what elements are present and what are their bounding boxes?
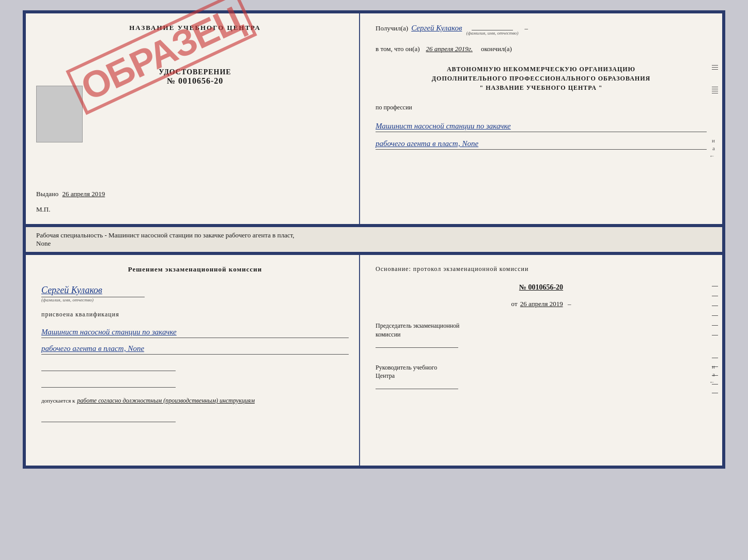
vydano-label: Выдано	[36, 190, 58, 198]
vydano-line: Выдано 26 апреля 2019	[36, 190, 349, 198]
bottom-right-dashes-lower	[712, 358, 718, 393]
dash-ot: –	[568, 300, 571, 308]
bottom-doc-right: Основание: протокол экзаменационной коми…	[360, 255, 722, 466]
bottom-doc-left: Решением экзаменационной комиссии Сергей…	[26, 255, 360, 466]
predsedatel-block: Председатель экзаменационной комиссии	[376, 322, 707, 348]
poluchil-label: Получил(а)	[376, 24, 408, 33]
vtom-label: в том, что он(а)	[376, 45, 420, 53]
udostoverenie-block: УДОСТОВЕРЕНИЕ № 0010656-20	[159, 68, 231, 86]
dash-poluchil: –	[525, 24, 528, 33]
rukovoditel-block: Руководитель учебного Центра	[376, 363, 707, 390]
right-label-i: и	[712, 137, 715, 143]
po-professii-label: по профессии	[376, 104, 707, 111]
udostoverenie-title: УДОСТОВЕРЕНИЕ	[159, 68, 231, 76]
underline-field-2	[41, 377, 176, 388]
bottom-document: Решением экзаменационной комиссии Сергей…	[23, 252, 725, 469]
prisvoena-text: присвоена квалификация	[41, 311, 349, 318]
predsedatel-title-line1: Председатель экзаменационной	[376, 322, 707, 330]
dopuskaetsya-label: допускается к	[41, 397, 75, 404]
mp-label: М.П.	[36, 205, 50, 214]
profession-line2: рабочего агента в пласт, None	[376, 137, 707, 150]
center-line2: ДОПОЛНИТЕЛЬНОГО ПРОФЕССИОНАЛЬНОГО ОБРАЗО…	[376, 74, 707, 83]
vydano-date: 26 апреля 2019	[63, 190, 105, 198]
center-text-block: АВТОНОМНУЮ НЕКОММЕРЧЕСКУЮ ОРГАНИЗАЦИЮ ДО…	[376, 65, 707, 92]
poluchil-name: Сергей Кулаков	[411, 24, 462, 33]
obrazets-stamp: ОБРАЗЕЦ	[66, 0, 257, 115]
top-doc-right: Получил(а) Сергей Кулаков (фамилия, имя,…	[360, 13, 722, 224]
profession-line1: Машинист насосной станции по закачке	[376, 120, 707, 132]
predsedatel-title-line2: комиссии	[376, 330, 707, 339]
ot-date-value: 26 апреля 2019	[520, 300, 563, 308]
bottom-profession-line1: Машинист насосной станции по закачке	[41, 326, 349, 338]
photo-placeholder	[36, 86, 83, 142]
document-container: НАЗВАНИЕ УЧЕБНОГО ЦЕНТРА ОБРАЗЕЦ УДОСТОВ…	[23, 10, 725, 469]
rukovoditel-title-line2: Центра	[376, 372, 707, 380]
underline-field-1	[41, 361, 176, 371]
right-label-arrow: ←	[709, 153, 715, 159]
right-decorative-lines	[712, 65, 718, 93]
protocol-number: № 0010656-20	[376, 283, 707, 292]
vtom-date: 26 апреля 2019г.	[426, 45, 473, 53]
bottom-right-decorative-lines	[712, 286, 718, 335]
bottom-name: Сергей Кулаков	[41, 285, 349, 296]
dopuskaetsya-line: допускается к работе согласно должностны…	[41, 397, 349, 405]
bottom-profession-line2: рабочего агента в пласт, None	[41, 342, 349, 355]
center-line1: АВТОНОМНУЮ НЕКОММЕРЧЕСКУЮ ОРГАНИЗАЦИЮ	[376, 65, 707, 74]
separator-line2: None	[36, 239, 51, 247]
top-document: НАЗВАНИЕ УЧЕБНОГО ЦЕНТРА ОБРАЗЕЦ УДОСТОВ…	[23, 10, 725, 227]
bottom-name-block: Сергей Кулаков (фамилия, имя, отчество)	[41, 282, 349, 302]
resheniem-text: Решением экзаменационной комиссии	[41, 265, 349, 274]
top-doc-left: НАЗВАНИЕ УЧЕБНОГО ЦЕНТРА ОБРАЗЕЦ УДОСТОВ…	[26, 13, 360, 224]
poluchil-line: Получил(а) Сергей Кулаков (фамилия, имя,…	[376, 24, 707, 36]
separator-line1: Рабочая специальность - Машинист насосно…	[36, 231, 294, 239]
stamp-text: ОБРАЗЕЦ	[66, 0, 257, 115]
underline-field-3	[41, 412, 176, 422]
udostoverenie-number: № 0010656-20	[167, 76, 223, 86]
ot-date-line: от 26 апреля 2019 –	[376, 300, 707, 308]
right-label-a: а	[712, 145, 715, 151]
separator-text: Рабочая специальность - Машинист насосно…	[23, 227, 725, 252]
center-line3: " НАЗВАНИЕ УЧЕБНОГО ЦЕНТРА "	[376, 83, 707, 92]
vtom-line: в том, что он(а) 26 апреля 2019г. окончи…	[376, 45, 707, 53]
familiya-label-top: (фамилия, имя, отчество)	[466, 30, 518, 36]
top-title: НАЗВАНИЕ УЧЕБНОГО ЦЕНТРА	[129, 24, 261, 32]
okonchil-label: окончил(а)	[481, 45, 512, 53]
ot-label: от	[511, 300, 518, 308]
bottom-familiya-label: (фамилия, имя, отчество)	[41, 297, 349, 302]
rukovoditel-signature-line	[376, 389, 458, 389]
rukovoditel-title-line1: Руководитель учебного	[376, 363, 707, 372]
rabote-label: работе согласно должностным (производств…	[77, 397, 255, 405]
osnovanie-text: Основание: протокол экзаменационной коми…	[376, 265, 707, 273]
predsedatel-signature-line	[376, 347, 458, 348]
